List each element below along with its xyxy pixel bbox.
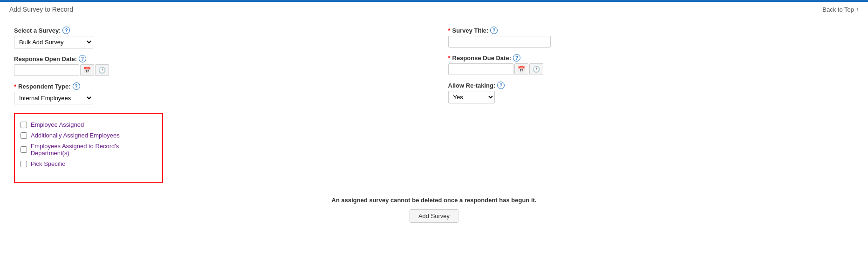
checkbox-employee-assigned: Employee Assigned: [21, 119, 157, 130]
employee-assigned-checkbox[interactable]: [21, 122, 27, 128]
response-due-date-input[interactable]: [448, 63, 513, 75]
footer-section: An assigned survey cannot be deleted onc…: [14, 197, 854, 223]
pick-specific-checkbox[interactable]: [21, 161, 27, 167]
allow-retaking-label: Allow Re-taking: ?: [448, 82, 854, 89]
respondent-type-help-icon[interactable]: ?: [73, 82, 80, 90]
response-open-date-input[interactable]: [14, 64, 79, 76]
main-content: Select a Survey: ? Bulk Add Survey Respo…: [0, 17, 868, 232]
form-left: Select a Survey: ? Bulk Add Survey Respo…: [14, 27, 420, 183]
response-due-date-help-icon[interactable]: ?: [513, 54, 520, 62]
response-due-date-field: 📅 🕐: [448, 63, 854, 75]
additionally-assigned-checkbox[interactable]: [21, 132, 27, 139]
footer-note: An assigned survey cannot be deleted onc…: [332, 197, 537, 204]
allow-retaking-dropdown[interactable]: Yes No: [448, 91, 495, 103]
checkbox-employees-dept: Employees Assigned to Record's Departmen…: [21, 141, 157, 158]
checkbox-pick-specific: Pick Specific: [21, 158, 157, 169]
allow-retaking-field: Yes No: [448, 91, 854, 103]
response-due-date-group: * Response Due Date: ? 📅 🕐: [448, 54, 854, 75]
pick-specific-label[interactable]: Pick Specific: [31, 160, 65, 167]
select-survey-label: Select a Survey: ?: [14, 27, 420, 34]
checkbox-panel: Employee Assigned Additionally Assigned …: [14, 113, 163, 183]
checkbox-additionally-assigned: Additionally Assigned Employees: [21, 130, 157, 141]
page-title: Add Survey to Record: [9, 6, 73, 13]
header: Add Survey to Record Back to Top ↑: [0, 2, 868, 17]
form-right: * Survey Title: ? * Response Due Date: ?…: [448, 27, 854, 183]
response-open-date-group: Response Open Date: ? 📅 🕐: [14, 55, 420, 76]
add-survey-button[interactable]: Add Survey: [410, 209, 458, 223]
response-open-date-label: Response Open Date: ?: [14, 55, 420, 62]
back-to-top-button[interactable]: Back to Top ↑: [822, 6, 859, 13]
response-open-date-help-icon[interactable]: ?: [79, 55, 86, 62]
allow-retaking-help-icon[interactable]: ?: [497, 82, 505, 89]
employees-dept-checkbox[interactable]: [21, 146, 27, 153]
arrow-up-icon: ↑: [856, 6, 859, 13]
response-open-date-field: 📅 🕐: [14, 64, 420, 76]
respondent-type-dropdown[interactable]: Internal Employees: [14, 92, 93, 104]
respondent-type-group: * Respondent Type: ? Internal Employees: [14, 82, 420, 104]
select-survey-dropdown[interactable]: Bulk Add Survey: [14, 36, 93, 48]
allow-retaking-group: Allow Re-taking: ? Yes No: [448, 82, 854, 103]
response-open-date-clock-button[interactable]: 🕐: [95, 64, 109, 76]
additionally-assigned-label[interactable]: Additionally Assigned Employees: [31, 132, 120, 139]
response-due-date-label: * Response Due Date: ?: [448, 54, 854, 62]
response-due-date-clock-button[interactable]: 🕐: [529, 63, 543, 75]
select-survey-field: Bulk Add Survey: [14, 36, 420, 48]
employee-assigned-label[interactable]: Employee Assigned: [31, 121, 84, 128]
form-grid: Select a Survey: ? Bulk Add Survey Respo…: [14, 27, 854, 183]
survey-title-help-icon[interactable]: ?: [490, 27, 498, 34]
respondent-type-field: Internal Employees: [14, 92, 420, 104]
survey-title-input[interactable]: [448, 36, 551, 48]
response-open-date-calendar-button[interactable]: 📅: [80, 64, 94, 76]
survey-title-group: * Survey Title: ?: [448, 27, 854, 48]
select-survey-group: Select a Survey: ? Bulk Add Survey: [14, 27, 420, 48]
select-survey-help-icon[interactable]: ?: [62, 27, 70, 34]
respondent-type-label: * Respondent Type: ?: [14, 82, 420, 90]
response-due-date-calendar-button[interactable]: 📅: [514, 63, 528, 75]
employees-dept-label[interactable]: Employees Assigned to Record's Departmen…: [31, 143, 157, 157]
survey-title-label: * Survey Title: ?: [448, 27, 854, 34]
